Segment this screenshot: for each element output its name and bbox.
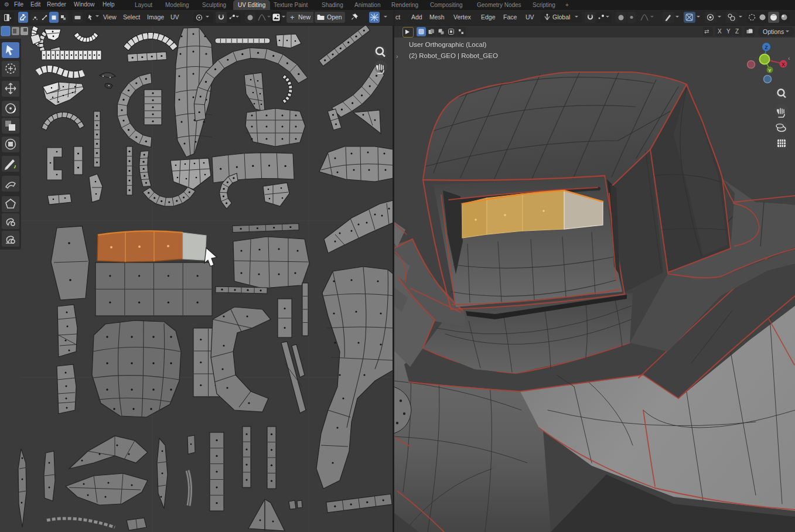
svg-text:(2) Robot_GEO | Robot_GEO: (2) Robot_GEO | Robot_GEO bbox=[409, 52, 498, 59]
svg-text:›: › bbox=[396, 53, 398, 60]
svg-text:‹: ‹ bbox=[788, 54, 790, 62]
svg-text:Z: Z bbox=[765, 45, 768, 50]
svg-text:Y: Y bbox=[768, 68, 772, 73]
svg-text:User Orthographic (Local): User Orthographic (Local) bbox=[409, 41, 486, 48]
svg-text:X: X bbox=[782, 62, 785, 67]
